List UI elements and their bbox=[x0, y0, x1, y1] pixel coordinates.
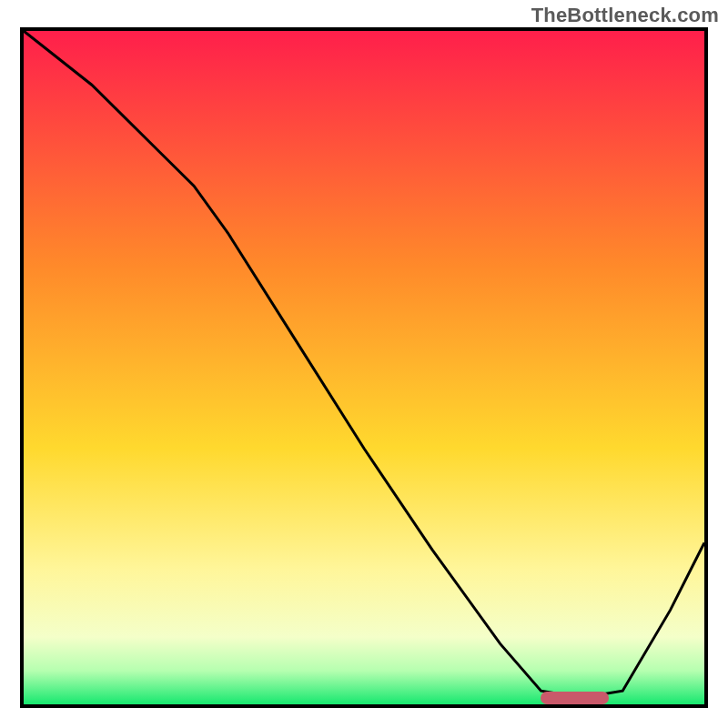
watermark-text: TheBottleneck.com bbox=[531, 4, 719, 27]
chart-area bbox=[20, 27, 708, 708]
bottleneck-curve bbox=[24, 31, 704, 704]
curve-path bbox=[24, 31, 704, 698]
optimal-range-marker bbox=[541, 692, 609, 704]
